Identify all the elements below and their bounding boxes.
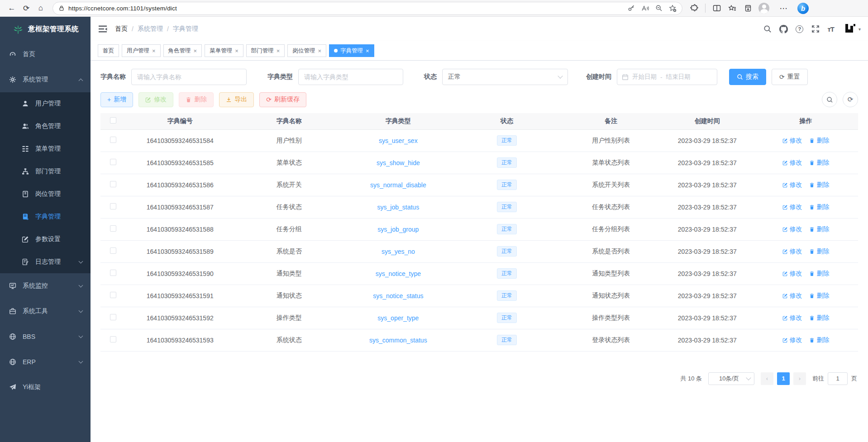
dict-type-link[interactable]: sys_notice_type: [376, 270, 421, 277]
split-screen-icon[interactable]: [712, 4, 721, 13]
refresh-table-button[interactable]: ⟳: [843, 92, 858, 107]
browser-menu-icon[interactable]: ⋯: [776, 1, 791, 15]
sidebar-item-erp[interactable]: ERP: [0, 349, 91, 375]
row-edit-link[interactable]: 修改: [782, 181, 802, 189]
sidebar-item-dept-mgmt[interactable]: 部门管理: [0, 160, 91, 183]
prev-page-button[interactable]: ‹: [761, 372, 773, 385]
url-text[interactable]: https://ccnetcore.com:1101/system/dict: [68, 5, 624, 12]
sidebar-item-user-mgmt[interactable]: 用户管理: [0, 92, 91, 115]
dict-type-link[interactable]: sys_oper_type: [377, 314, 419, 322]
row-delete-link[interactable]: 删除: [809, 314, 829, 322]
font-size-icon[interactable]: тT: [827, 25, 834, 33]
row-checkbox[interactable]: [110, 314, 116, 320]
password-key-icon[interactable]: [628, 5, 635, 12]
dict-type-link[interactable]: sys_notice_status: [373, 292, 423, 299]
dict-type-link[interactable]: sys_normal_disable: [370, 181, 426, 189]
dict-type-link[interactable]: sys_job_group: [377, 226, 419, 233]
row-checkbox[interactable]: [110, 159, 116, 165]
sidebar-item-bbs[interactable]: BBS: [0, 324, 91, 349]
row-delete-link[interactable]: 删除: [809, 159, 829, 167]
row-edit-link[interactable]: 修改: [782, 137, 802, 145]
row-delete-link[interactable]: 删除: [809, 292, 829, 300]
search-button[interactable]: 搜索: [729, 69, 766, 85]
browser-back-button[interactable]: ←: [5, 1, 19, 15]
sidebar-collapse-icon[interactable]: [98, 24, 108, 34]
tab-close-icon[interactable]: ×: [318, 48, 321, 54]
row-edit-link[interactable]: 修改: [782, 314, 802, 322]
row-checkbox[interactable]: [110, 247, 116, 254]
row-edit-link[interactable]: 修改: [782, 336, 802, 344]
tab-menu-mgmt[interactable]: 菜单管理 ×: [205, 44, 243, 57]
sidebar-item-yi-framework[interactable]: Yi框架: [0, 375, 91, 400]
next-page-button[interactable]: ›: [793, 372, 806, 385]
show-search-toggle-button[interactable]: [822, 92, 837, 107]
dict-type-link[interactable]: sys_user_sex: [379, 137, 418, 144]
dict-name-input[interactable]: [131, 69, 247, 85]
row-checkbox[interactable]: [110, 225, 116, 232]
tab-close-icon[interactable]: ×: [194, 48, 197, 54]
sidebar-item-log-mgmt[interactable]: 日志管理: [0, 251, 91, 273]
reset-button[interactable]: ⟳ 重置: [772, 69, 808, 85]
favorites-icon[interactable]: [728, 4, 736, 13]
address-bar[interactable]: https://ccnetcore.com:1101/system/dict: [52, 2, 682, 15]
edit-button[interactable]: 修改: [138, 92, 173, 107]
bing-sidebar-icon[interactable]: b: [797, 3, 809, 14]
sidebar-item-system-mgmt[interactable]: 系统管理: [0, 67, 91, 92]
tab-close-icon[interactable]: ×: [277, 48, 280, 54]
dict-type-input[interactable]: [298, 69, 403, 85]
zoom-out-icon[interactable]: [655, 5, 663, 12]
user-menu[interactable]: ▾: [844, 23, 861, 35]
row-edit-link[interactable]: 修改: [782, 270, 802, 278]
row-delete-link[interactable]: 删除: [809, 247, 829, 256]
sidebar-item-system-tools[interactable]: 系统工具: [0, 299, 91, 324]
tab-home[interactable]: 首页: [98, 44, 119, 57]
sidebar-item-role-mgmt[interactable]: 角色管理: [0, 115, 91, 138]
extensions-icon[interactable]: [690, 4, 698, 13]
breadcrumb-system[interactable]: 系统管理: [138, 25, 163, 33]
goto-page-input[interactable]: [828, 372, 848, 385]
collections-icon[interactable]: [743, 4, 752, 13]
add-favorite-icon[interactable]: [669, 5, 677, 12]
read-aloud-icon[interactable]: [641, 5, 649, 12]
browser-home-button[interactable]: ⌂: [33, 1, 48, 15]
tab-dept-mgmt[interactable]: 部门管理 ×: [246, 44, 285, 57]
browser-reload-button[interactable]: ⟳: [19, 1, 33, 15]
row-delete-link[interactable]: 删除: [809, 137, 829, 145]
dict-type-link[interactable]: sys_job_status: [377, 204, 420, 211]
delete-button[interactable]: 删除: [179, 92, 214, 107]
status-select[interactable]: 正常: [442, 69, 568, 85]
row-checkbox[interactable]: [110, 203, 116, 209]
sidebar-item-param-settings[interactable]: 参数设置: [0, 228, 91, 251]
row-edit-link[interactable]: 修改: [782, 225, 802, 233]
fullscreen-icon[interactable]: [811, 25, 820, 33]
add-button[interactable]: + 新增: [100, 92, 133, 107]
row-checkbox[interactable]: [110, 270, 116, 276]
tab-close-icon[interactable]: ×: [152, 48, 156, 54]
dict-type-link[interactable]: sys_show_hide: [377, 159, 420, 166]
row-delete-link[interactable]: 删除: [809, 225, 829, 233]
page-size-select[interactable]: 10条/页: [708, 372, 754, 385]
tab-user-mgmt[interactable]: 用户管理 ×: [122, 44, 161, 57]
header-search-icon[interactable]: [763, 25, 772, 33]
row-checkbox[interactable]: [110, 292, 116, 298]
row-checkbox[interactable]: [110, 336, 116, 342]
breadcrumb-home[interactable]: 首页: [115, 25, 128, 33]
export-button[interactable]: 导出: [219, 92, 254, 107]
row-delete-link[interactable]: 删除: [809, 336, 829, 344]
row-edit-link[interactable]: 修改: [782, 159, 802, 167]
sidebar-item-dict-mgmt[interactable]: 字典管理: [0, 205, 91, 228]
date-range-picker[interactable]: 开始日期 - 结束日期: [617, 69, 717, 85]
sidebar-item-menu-mgmt[interactable]: 菜单管理: [0, 138, 91, 160]
dict-type-link[interactable]: sys_yes_no: [382, 248, 415, 255]
tab-dict-mgmt[interactable]: 字典管理 ×: [329, 44, 374, 57]
row-delete-link[interactable]: 删除: [809, 181, 829, 189]
row-checkbox[interactable]: [110, 181, 116, 187]
sidebar-item-post-mgmt[interactable]: 岗位管理: [0, 183, 91, 205]
tab-role-mgmt[interactable]: 角色管理 ×: [163, 44, 202, 57]
app-logo[interactable]: 意框架管理系统: [0, 17, 91, 42]
row-checkbox[interactable]: [110, 137, 116, 143]
tab-post-mgmt[interactable]: 岗位管理 ×: [287, 44, 326, 57]
sidebar-item-home[interactable]: 首页: [0, 42, 91, 67]
tab-close-icon[interactable]: ×: [366, 48, 369, 54]
refresh-cache-button[interactable]: ⟳ 刷新缓存: [259, 92, 306, 107]
